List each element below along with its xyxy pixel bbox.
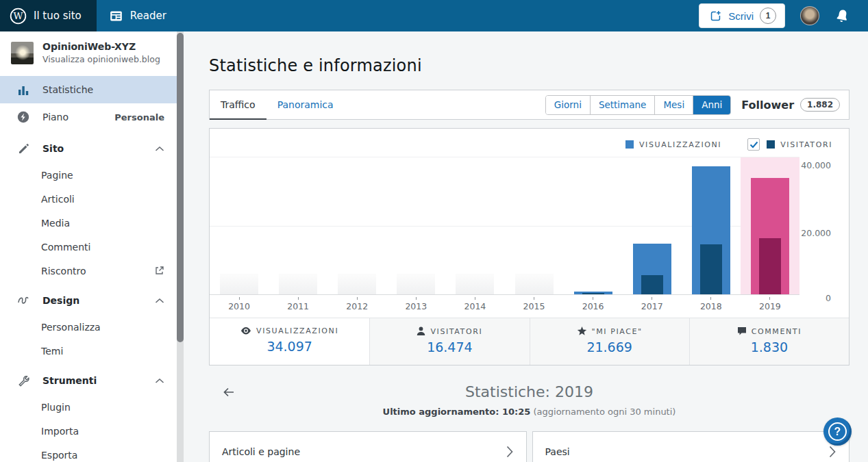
- chart-bar-group-2016[interactable]: [564, 157, 623, 294]
- axis-tick: [475, 297, 475, 300]
- stats-panels: Articoli e pagine Paesi: [209, 431, 850, 462]
- help-button[interactable]: ?: [823, 418, 852, 446]
- follower-label: Follower: [741, 99, 794, 112]
- masterbar-reader[interactable]: Reader: [97, 0, 179, 31]
- scrollbar-thumb[interactable]: [177, 33, 184, 342]
- masterbar: W Il tuo sito Reader Scrivi 1: [0, 0, 868, 31]
- tab-panoramica[interactable]: Panoramica: [266, 90, 345, 119]
- period-mesi[interactable]: Mesi: [654, 96, 693, 114]
- sidebar-item-riscontro[interactable]: Riscontro: [0, 259, 177, 283]
- x-axis-label-2016: 2016: [564, 297, 623, 311]
- sidebar-item-piano[interactable]: Piano Personale: [0, 103, 177, 131]
- pencil-icon: [16, 143, 30, 155]
- stats-chart-card: VISUALIZZAZIONI VISITATORI 40.000 20.000…: [209, 128, 850, 365]
- views-bar: [751, 178, 789, 294]
- sidebar-item-importa[interactable]: Importa: [0, 419, 177, 443]
- write-icon: [709, 10, 722, 23]
- chart-bar-group-2019[interactable]: [741, 157, 799, 294]
- sidebar-item-label: Articoli: [41, 194, 75, 205]
- sidebar-item-media[interactable]: Media: [0, 211, 177, 235]
- chart-plot: [210, 157, 799, 295]
- star-icon: [577, 326, 587, 336]
- page-title: Statistiche e informazioni: [209, 56, 850, 75]
- previous-period-arrow[interactable]: [223, 387, 235, 398]
- sidebar-item-plugin[interactable]: Plugin: [0, 395, 177, 419]
- sidebar-item-personalizza[interactable]: Personalizza: [0, 315, 177, 339]
- chevron-up-icon[interactable]: [155, 146, 164, 152]
- chart-bar-group-2017[interactable]: [623, 157, 682, 294]
- visitors-bar: [759, 238, 781, 294]
- sidebar-item-design[interactable]: Design: [0, 286, 177, 315]
- empty-year-bar: [220, 274, 258, 294]
- chart-bar-group-2013[interactable]: [386, 157, 445, 294]
- axis-tick: [239, 297, 240, 300]
- chart-bar-group-2014[interactable]: [445, 157, 504, 294]
- write-button[interactable]: Scrivi 1: [699, 3, 785, 28]
- notifications-bell-icon[interactable]: [834, 8, 850, 24]
- chevron-up-icon[interactable]: [155, 298, 164, 304]
- sidebar: OpinioniWeb-XYZ Visualizza opinioniweb.b…: [0, 31, 177, 462]
- sidebar-item-pagine[interactable]: Pagine: [0, 163, 177, 187]
- stats-control-bar: Traffico Panoramica Giorni Settimane Mes…: [209, 90, 850, 120]
- summary-label: COMMENTI: [752, 327, 802, 336]
- period-title: Statistiche: 2019: [209, 383, 850, 400]
- empty-year-bar: [338, 274, 376, 294]
- sidebar-item-sito[interactable]: Sito: [0, 134, 177, 163]
- period-anni[interactable]: Anni: [693, 96, 730, 114]
- follower-count-badge: 1.882: [800, 98, 840, 112]
- eye-icon: [240, 326, 251, 335]
- sidebar-item-label: Media: [41, 218, 70, 229]
- wordpress-logo-icon: W: [10, 8, 27, 25]
- summary-comments[interactable]: COMMENTI 1.830: [689, 318, 849, 365]
- site-card[interactable]: OpinioniWeb-XYZ Visualizza opinioniweb.b…: [0, 31, 177, 73]
- question-mark-icon: ?: [828, 422, 847, 441]
- sidebar-item-strumenti[interactable]: Strumenti: [0, 366, 177, 395]
- chart-x-labels: 2010201120122013201420152016201720182019: [210, 295, 799, 318]
- visitors-checkbox[interactable]: [747, 138, 760, 151]
- masterbar-my-site[interactable]: W Il tuo sito: [0, 0, 97, 31]
- sidebar-item-commenti[interactable]: Commenti: [0, 235, 177, 259]
- visitors-bar: [641, 275, 663, 294]
- summary-visitors[interactable]: VISITATORI 16.474: [369, 318, 529, 365]
- visitors-bar: [700, 244, 722, 294]
- chart-bar-group-2012[interactable]: [327, 157, 386, 294]
- chart-bar-group-2010[interactable]: [210, 157, 269, 294]
- empty-year-bar: [397, 274, 435, 294]
- visit-site-link[interactable]: Visualizza opinioniweb.blog: [42, 54, 160, 64]
- sidebar-item-label: Personalizza: [41, 322, 101, 333]
- views-swatch: [625, 140, 634, 149]
- period-giorni[interactable]: Giorni: [546, 96, 590, 114]
- summary-value: 1.830: [690, 339, 849, 355]
- summary-label: "MI PIACE": [592, 327, 643, 336]
- sidebar-item-label: Importa: [41, 426, 79, 437]
- summary-likes[interactable]: "MI PIACE" 21.669: [530, 318, 689, 365]
- period-settimane[interactable]: Settimane: [590, 96, 655, 114]
- chevron-up-icon[interactable]: [155, 378, 164, 384]
- axis-tick: [710, 297, 711, 300]
- sidebar-item-esporta[interactable]: Esporta: [0, 443, 177, 462]
- sidebar-item-label: Esporta: [41, 450, 77, 461]
- follower-counter[interactable]: Follower 1.882: [741, 98, 840, 112]
- sidebar-item-statistiche[interactable]: Statistiche: [0, 76, 177, 103]
- sidebar-item-label: Pagine: [41, 170, 73, 181]
- sidebar-item-temi[interactable]: Temi: [0, 339, 177, 363]
- sidebar-item-label: Statistiche: [42, 84, 93, 95]
- y-axis: 40.000 20.000 0: [799, 157, 849, 295]
- sidebar-scrollbar[interactable]: [177, 31, 184, 462]
- panel-paesi[interactable]: Paesi: [532, 431, 850, 462]
- update-interval-note: (aggiornamento ogni 30 minuti): [533, 407, 675, 417]
- axis-tick: [357, 297, 358, 300]
- plan-icon: [16, 111, 30, 123]
- legend-visitors-label: VISITATORI: [780, 140, 832, 149]
- user-avatar[interactable]: [800, 6, 819, 25]
- chart-bar-group-2011[interactable]: [269, 157, 327, 294]
- chart-bar-group-2018[interactable]: [682, 157, 741, 294]
- summary-views[interactable]: VISUALIZZAZIONI 34.097: [210, 318, 369, 365]
- user-icon: [417, 326, 425, 336]
- sidebar-item-label: Sito: [42, 143, 64, 154]
- sidebar-item-articoli[interactable]: Articoli: [0, 187, 177, 211]
- tab-traffico[interactable]: Traffico: [210, 90, 266, 119]
- panel-articoli-e-pagine[interactable]: Articoli e pagine: [209, 431, 527, 462]
- summary-label: VISITATORI: [430, 327, 482, 336]
- chart-bar-group-2015[interactable]: [504, 157, 563, 294]
